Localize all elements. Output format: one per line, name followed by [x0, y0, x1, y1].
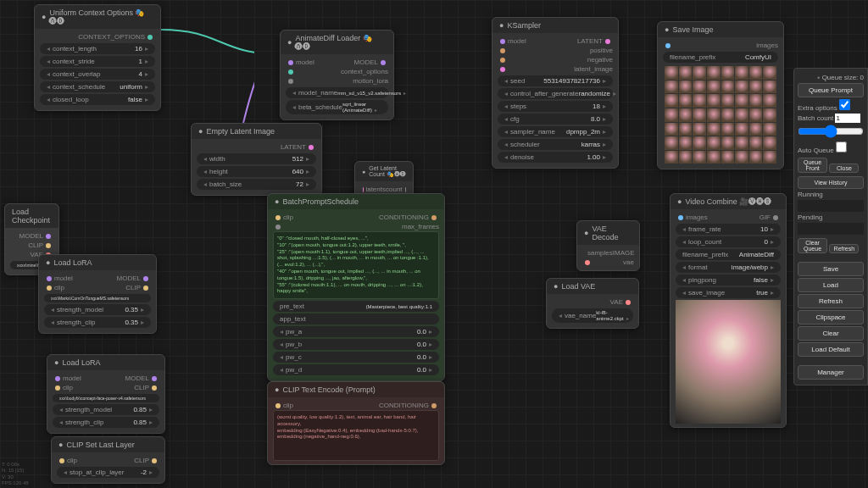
output-context-options: CONTEXT_OPTIONS [40, 32, 155, 42]
close-button[interactable]: Close [829, 164, 859, 173]
node-title[interactable]: ●Load LoRA [39, 255, 156, 270]
view-history-button[interactable]: View History [798, 176, 864, 189]
widget-model-name[interactable]: model_namemm_sd_v15_v2.safetensors [286, 87, 388, 98]
widget-control-after-generate[interactable]: control_after_generaterandomize [498, 88, 613, 99]
widget-sampler-name[interactable]: sampler_namedpmpp_2m [498, 126, 613, 137]
node-title[interactable]: ●CLIP Text Encode (Prompt) [268, 382, 444, 397]
node-title[interactable]: ●Empty Latent Image [192, 124, 321, 139]
load-button[interactable]: Load [798, 278, 864, 292]
widget-frame-rate[interactable]: frame_rate10 [676, 224, 781, 235]
widget-width[interactable]: width512 [197, 153, 316, 164]
widget-filename-prefix[interactable]: filename_prefixComfyUI [663, 52, 778, 63]
node-title[interactable]: ●Uniform Context Options 🎭🅐🅓 [35, 5, 160, 29]
widget-save-image[interactable]: save_imagetrue [676, 287, 781, 298]
node-animatediff-loader[interactable]: ●AnimateDiff Loader 🎭🅐🅓 modelMODEL conte… [280, 30, 394, 120]
widget-lora-name[interactable]: xxx\bodyfx\concept-face-poser-v4.safeten… [53, 394, 159, 402]
extra-options-checkbox[interactable] [839, 99, 850, 110]
node-load-vae[interactable]: ●Load VAE VAE vae_namekl-f8-anime2.ckpt [546, 278, 639, 329]
node-title[interactable]: ●Video Combine 🎥🅥🅗🅢 [670, 194, 786, 209]
node-save-image[interactable]: ●Save Image images filename_prefixComfyU… [657, 21, 784, 169]
widget-height[interactable]: height640 [197, 166, 316, 177]
widget-pw-c[interactable]: pw_c0.0 [273, 352, 439, 363]
node-title[interactable]: ●BatchPromptSchedule [268, 194, 444, 209]
widget-strength-model[interactable]: strength_model0.85 [53, 404, 159, 415]
widget-app-text[interactable]: app_text [273, 313, 439, 324]
widget-pw-b[interactable]: pw_b0.0 [273, 339, 439, 350]
queue-size-label: ▪ Queue size: 0 [798, 74, 864, 81]
node-uniform-context-options[interactable]: ●Uniform Context Options 🎭🅐🅓 CONTEXT_OPT… [34, 4, 161, 111]
node-title[interactable]: ●Get Latent Count 🎭🅐🅓 [355, 162, 413, 181]
widget-strength-clip[interactable]: strength_clip0.85 [53, 417, 159, 428]
control-panel: ▪ Queue size: 0 Queue Prompt Extra optio… [793, 68, 868, 385]
load-default-button[interactable]: Load Default [798, 342, 864, 357]
widget-context-length[interactable]: context_length16 [40, 43, 155, 54]
queue-prompt-button[interactable]: Queue Prompt [798, 83, 864, 97]
widget-context-stride[interactable]: context_stride1 [40, 56, 155, 67]
widget-seed[interactable]: seed553149378217736 [498, 75, 613, 86]
saved-image-grid [663, 64, 778, 165]
widget-pre-text[interactable]: pre_text(Masterpiece, best quality:1.1 [273, 301, 439, 312]
node-title[interactable]: ●KSampler [492, 18, 618, 33]
widget-beta-schedule[interactable]: beta_schedulesqrt_linear (AnimateDiff) [286, 100, 388, 114]
widget-loop-count[interactable]: loop_count0 [676, 236, 781, 247]
widget-context-overlap[interactable]: context_overlap4 [40, 69, 155, 80]
batch-count-slider[interactable] [798, 125, 864, 138]
prompt-textarea[interactable]: "0" :"closed mouth, half-closed eyes, ..… [273, 231, 439, 299]
clipspace-button[interactable]: Clipspace [798, 310, 864, 324]
node-title[interactable]: ●AnimateDiff Loader 🎭🅐🅓 [281, 30, 393, 54]
node-title[interactable]: ●Load LoRA [47, 355, 164, 370]
batch-count-input[interactable] [835, 114, 860, 123]
pending-label: Pending [798, 214, 864, 221]
widget-denoise[interactable]: denoise1.00 [498, 152, 613, 163]
widget-cfg[interactable]: cfg8.0 [498, 114, 613, 125]
widget-pingpong[interactable]: pingpongfalse [676, 274, 781, 286]
perf-stats: T: 0.00s N: 15 [15] V: 30 FPS:120.48 [2, 462, 29, 486]
widget-strength-clip[interactable]: strength_clip0.35 [44, 317, 151, 328]
widget-strength-model[interactable]: strength_model0.35 [44, 304, 151, 315]
running-label: Running [798, 191, 864, 198]
auto-queue-checkbox[interactable] [836, 141, 847, 152]
node-video-combine[interactable]: ●Video Combine 🎥🅥🅗🅢 imagesGIF frame_rate… [670, 193, 787, 428]
widget-pw-a[interactable]: pw_a0.0 [273, 326, 439, 337]
node-title[interactable]: Load Checkpoint [5, 204, 58, 228]
widget-format[interactable]: formatimage/webp [676, 262, 781, 273]
widget-pw-d[interactable]: pw_d0.0 [273, 364, 439, 375]
node-batch-prompt-schedule[interactable]: ●BatchPromptSchedule clipCONDITIONING ma… [267, 193, 445, 381]
node-title[interactable]: ●Save Image [658, 22, 783, 37]
widget-scheduler[interactable]: schedulerkarras [498, 139, 613, 150]
widget-context-schedule[interactable]: context_scheduleuniform [40, 81, 155, 92]
refresh-button[interactable]: Refresh [798, 294, 864, 308]
widget-lora-name[interactable]: xxx\Marks\CumOnTongueMS.safetensors [44, 294, 151, 302]
widget-closed-loop[interactable]: closed_loopfalse [40, 94, 155, 105]
clear-button[interactable]: Clear [798, 326, 864, 341]
widget-stop-at-clip-layer[interactable]: stop_at_clip_layer-2 [57, 467, 159, 478]
manager-button[interactable]: Manager [798, 365, 864, 380]
node-empty-latent-image[interactable]: ●Empty Latent Image LATENT width512 heig… [191, 123, 322, 196]
node-load-lora-1[interactable]: ●Load LoRA modelMODEL clipCLIP xxx\Marks… [38, 254, 157, 334]
widget-filename-prefix[interactable]: filename_prefixAnimateDiff [676, 249, 781, 260]
widget-batch-size[interactable]: batch_size72 [197, 179, 316, 190]
node-load-lora-2[interactable]: ●Load LoRA modelMODEL clipCLIP xxx\bodyf… [47, 354, 165, 434]
clear-queue-button[interactable]: Clear Queue [798, 238, 827, 253]
widget-steps[interactable]: steps18 [498, 101, 613, 112]
video-preview [676, 300, 781, 424]
negative-prompt-textarea[interactable]: (worst quality, low quality:1.2), text, … [273, 410, 439, 461]
widget-vae-name[interactable]: vae_namekl-f8-anime2.ckpt [552, 308, 633, 323]
node-title[interactable]: ●CLIP Set Last Layer [52, 437, 164, 452]
node-vae-decode[interactable]: ●VAE Decode samplesIMAGE vae [576, 220, 640, 271]
node-title[interactable]: ●VAE Decode [577, 221, 639, 245]
save-button[interactable]: Save [798, 262, 864, 276]
node-clip-set-last-layer[interactable]: ●CLIP Set Last Layer clipCLIP stop_at_cl… [51, 436, 165, 484]
node-title[interactable]: ●Load VAE [547, 279, 638, 294]
node-ksampler[interactable]: ●KSampler modelLATENT positive negative … [492, 17, 619, 169]
refresh-queue-button[interactable]: Refresh [829, 244, 859, 253]
queue-front-button[interactable]: Queue Front [798, 158, 827, 173]
node-clip-text-encode-neg[interactable]: ●CLIP Text Encode (Prompt) clipCONDITION… [267, 381, 445, 465]
